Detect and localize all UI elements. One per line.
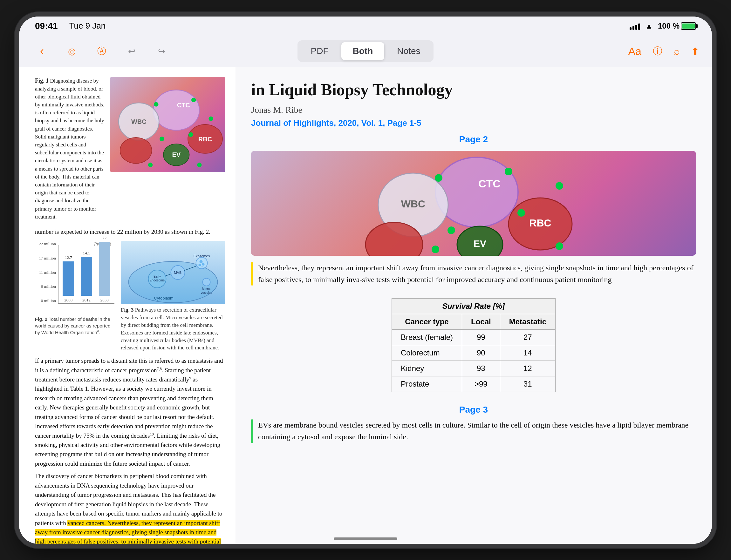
table-row: Breast (female)9927	[392, 330, 555, 345]
notes-fig1-image: CTC WBC RBC EV	[251, 151, 696, 256]
undo-button[interactable]: ↩	[121, 41, 142, 61]
svg-text:Cytoplasm: Cytoplasm	[154, 296, 173, 300]
svg-point-44	[518, 209, 525, 217]
back-button[interactable]: ‹	[32, 41, 52, 61]
wifi-icon: ▲	[645, 22, 653, 30]
svg-point-15	[197, 162, 202, 167]
search-button[interactable]: ⌕	[674, 45, 680, 57]
redo-button[interactable]: ↪	[151, 41, 172, 61]
fig1-section: Fig. 1 Diagnosing disease by analyzing a…	[35, 77, 225, 221]
svg-point-41	[505, 168, 512, 175]
svg-point-11	[208, 116, 213, 121]
segment-notes[interactable]: Notes	[386, 42, 432, 60]
svg-point-10	[191, 98, 196, 102]
table-row: Kidney9312	[392, 361, 555, 376]
fig3-caption: Fig. 3 Pathways to secretion of extracel…	[121, 306, 225, 352]
chart-section: Projected 22 million 17 million 11 milli…	[35, 241, 225, 352]
svg-text:CTC: CTC	[177, 101, 190, 108]
highlight-block-1: Nevertheless, they represent an importan…	[251, 262, 696, 286]
notes-survival-table: Survival Rate [%] Cancer type Local Meta…	[392, 298, 556, 392]
bookmark-button[interactable]: ◎	[62, 41, 82, 61]
fig1-image: CTC WBC RBC EV	[110, 77, 225, 172]
svg-point-0	[153, 90, 199, 130]
svg-point-40	[435, 174, 443, 182]
svg-text:EV: EV	[474, 238, 486, 249]
svg-text:Exosomes: Exosomes	[193, 254, 210, 258]
svg-point-14	[148, 162, 153, 167]
svg-point-42	[556, 182, 563, 190]
pdf-para1: number is expected to increase to 22 mil…	[35, 227, 225, 236]
annotation-button[interactable]: Ⓐ	[91, 41, 112, 61]
info-button[interactable]: ⓘ	[653, 45, 662, 58]
home-indicator	[334, 537, 397, 540]
svg-text:WBC: WBC	[131, 118, 146, 125]
green-highlight-bar	[251, 419, 253, 443]
article-title: in Liquid Biopsy Technology	[251, 80, 696, 100]
segment-pdf[interactable]: PDF	[299, 42, 340, 60]
pdf-panel[interactable]: Fig. 1 Diagnosing disease by analyzing a…	[19, 67, 235, 544]
page3-text: EVs are membrane bound vesicles secreted…	[258, 419, 696, 443]
ipad-frame: 09:41 Tue 9 Jan ▲ 100 % ‹ ◎ Ⓐ ↩	[19, 17, 712, 544]
svg-point-25	[202, 263, 205, 266]
table-row: Prostate>9931	[392, 376, 555, 392]
battery: 100 %	[658, 22, 696, 30]
status-bar: 09:41 Tue 9 Jan ▲ 100 %	[19, 17, 712, 36]
svg-point-12	[159, 137, 164, 141]
toolbar: ‹ ◎ Ⓐ ↩ ↪ PDF Both Notes Aa ⓘ ⌕ ⬆	[19, 36, 712, 67]
svg-text:EV: EV	[172, 151, 180, 158]
yellow-highlight-bar	[251, 262, 253, 286]
svg-point-43	[448, 226, 455, 234]
svg-text:Early: Early	[153, 275, 161, 278]
main-content: Fig. 1 Diagnosing disease by analyzing a…	[19, 67, 712, 544]
fig3-image: Cytoplasm Early Endosome MVB	[121, 241, 225, 304]
segment-both[interactable]: Both	[341, 42, 385, 60]
notes-table-section: Survival Rate [%] Cancer type Local Meta…	[251, 292, 696, 398]
svg-point-26	[199, 264, 201, 266]
article-journal: Journal of Highlights, 2020, Vol. 1, Pag…	[251, 118, 696, 128]
notes-panel[interactable]: in Liquid Biopsy Technology Jonas M. Rib…	[235, 67, 712, 544]
svg-point-30	[203, 278, 210, 286]
segment-control: PDF Both Notes	[297, 40, 434, 62]
table-row: Colorectum9014	[392, 345, 555, 361]
svg-point-6	[120, 137, 152, 163]
signal-bars	[630, 22, 640, 30]
highlighted-passage: vanced cancers. Nevertheless, they repre…	[35, 520, 221, 544]
svg-text:WBC: WBC	[401, 198, 425, 210]
svg-point-13	[188, 132, 193, 137]
svg-point-31	[436, 157, 518, 227]
font-button[interactable]: Aa	[628, 45, 641, 57]
fig3-section: Cytoplasm Early Endosome MVB	[121, 241, 225, 352]
bar-chart: Projected 22 million 17 million 11 milli…	[35, 241, 114, 352]
svg-point-46	[556, 242, 563, 250]
green-highlight-block: EVs are membrane bound vesicles secreted…	[251, 419, 696, 443]
svg-point-45	[432, 246, 439, 253]
svg-text:RBC: RBC	[198, 135, 212, 142]
svg-text:Endosome: Endosome	[150, 279, 165, 282]
page2-header: Page 2	[251, 134, 696, 145]
page3-header: Page 3	[251, 405, 696, 415]
share-button[interactable]: ⬆	[691, 46, 699, 57]
fig1-caption: Fig. 1 Diagnosing disease by analyzing a…	[35, 77, 105, 221]
status-time: 09:41	[35, 21, 58, 31]
svg-text:MVB: MVB	[174, 271, 182, 274]
pdf-body-text: If a primary tumor spreads to a distant …	[35, 356, 225, 543]
article-author: Jonas M. Ribe	[251, 105, 696, 115]
svg-text:RBC: RBC	[529, 217, 551, 229]
svg-text:CTC: CTC	[478, 178, 501, 190]
svg-text:Micro-: Micro-	[202, 287, 211, 291]
svg-point-24	[200, 260, 203, 263]
svg-point-9	[154, 102, 159, 107]
status-date: Tue 9 Jan	[69, 21, 106, 31]
svg-text:vesicles: vesicles	[201, 291, 212, 294]
highlight-text-1: Nevertheless, they represent an importan…	[258, 262, 696, 286]
